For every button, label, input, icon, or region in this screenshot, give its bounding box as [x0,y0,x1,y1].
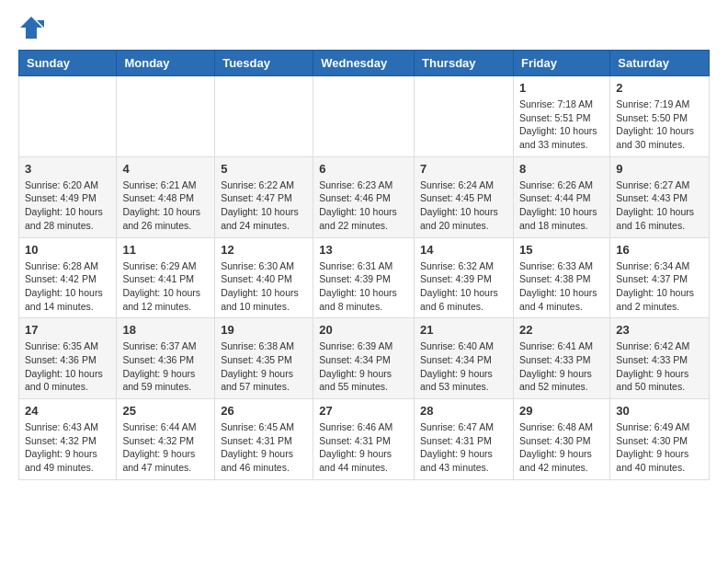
day-info: Sunrise: 6:39 AMSunset: 4:34 PMDaylight:… [319,339,408,394]
calendar-cell: 27Sunrise: 6:46 AMSunset: 4:31 PMDayligh… [313,399,415,480]
calendar-cell: 3Sunrise: 6:20 AMSunset: 4:49 PMDaylight… [19,156,117,237]
day-info: Sunrise: 6:38 AMSunset: 4:35 PMDaylight:… [221,339,307,394]
day-header-sunday: Sunday [19,51,117,76]
day-info: Sunrise: 6:31 AMSunset: 4:39 PMDaylight:… [319,259,408,314]
calendar-cell: 19Sunrise: 6:38 AMSunset: 4:35 PMDayligh… [215,318,313,399]
calendar-cell: 6Sunrise: 6:23 AMSunset: 4:46 PMDaylight… [313,156,415,237]
calendar-cell [117,76,215,157]
week-row-4: 17Sunrise: 6:35 AMSunset: 4:36 PMDayligh… [19,318,710,399]
day-number: 30 [616,404,703,418]
calendar-cell [19,76,117,157]
day-header-monday: Monday [117,51,215,76]
day-number: 19 [221,323,307,337]
calendar-cell: 1Sunrise: 7:18 AMSunset: 5:51 PMDaylight… [513,76,609,157]
day-number: 8 [519,162,604,176]
day-number: 22 [519,323,604,337]
day-number: 29 [519,404,604,418]
day-number: 27 [319,404,408,418]
day-info: Sunrise: 6:45 AMSunset: 4:31 PMDaylight:… [221,420,307,475]
day-number: 12 [221,243,307,257]
calendar-cell [215,76,313,157]
calendar-cell: 2Sunrise: 7:19 AMSunset: 5:50 PMDaylight… [610,76,710,157]
day-number: 5 [221,162,307,176]
day-number: 25 [122,404,209,418]
day-info: Sunrise: 6:30 AMSunset: 4:40 PMDaylight:… [221,259,307,314]
day-number: 7 [420,162,507,176]
day-number: 14 [420,243,507,257]
calendar-cell: 7Sunrise: 6:24 AMSunset: 4:45 PMDaylight… [415,156,514,237]
calendar: SundayMondayTuesdayWednesdayThursdayFrid… [18,50,710,480]
day-header-wednesday: Wednesday [313,51,415,76]
day-info: Sunrise: 6:23 AMSunset: 4:46 PMDaylight:… [319,178,408,233]
day-number: 20 [319,323,408,337]
calendar-cell [313,76,415,157]
day-info: Sunrise: 6:48 AMSunset: 4:30 PMDaylight:… [519,420,604,475]
day-info: Sunrise: 6:26 AMSunset: 4:44 PMDaylight:… [519,178,604,233]
day-number: 3 [25,162,110,176]
calendar-cell: 11Sunrise: 6:29 AMSunset: 4:41 PMDayligh… [117,237,215,318]
day-header-friday: Friday [513,51,609,76]
day-number: 15 [519,243,604,257]
calendar-cell: 9Sunrise: 6:27 AMSunset: 4:43 PMDaylight… [610,156,710,237]
day-number: 4 [122,162,209,176]
day-info: Sunrise: 6:32 AMSunset: 4:39 PMDaylight:… [420,259,507,314]
day-info: Sunrise: 6:44 AMSunset: 4:32 PMDaylight:… [122,420,209,475]
day-info: Sunrise: 6:41 AMSunset: 4:33 PMDaylight:… [519,339,604,394]
header [18,15,710,40]
calendar-cell: 10Sunrise: 6:28 AMSunset: 4:42 PMDayligh… [19,237,117,318]
day-info: Sunrise: 6:37 AMSunset: 4:36 PMDaylight:… [122,339,209,394]
day-number: 26 [221,404,307,418]
calendar-cell: 23Sunrise: 6:42 AMSunset: 4:33 PMDayligh… [610,318,710,399]
day-info: Sunrise: 6:33 AMSunset: 4:38 PMDaylight:… [519,259,604,314]
day-info: Sunrise: 6:35 AMSunset: 4:36 PMDaylight:… [25,339,110,394]
calendar-cell: 13Sunrise: 6:31 AMSunset: 4:39 PMDayligh… [313,237,415,318]
day-number: 17 [25,323,110,337]
calendar-cell: 25Sunrise: 6:44 AMSunset: 4:32 PMDayligh… [117,399,215,480]
calendar-cell: 5Sunrise: 6:22 AMSunset: 4:47 PMDaylight… [215,156,313,237]
day-number: 28 [420,404,507,418]
day-header-tuesday: Tuesday [215,51,313,76]
day-number: 23 [616,323,703,337]
svg-marker-0 [20,17,42,39]
day-info: Sunrise: 6:20 AMSunset: 4:49 PMDaylight:… [25,178,110,233]
day-info: Sunrise: 6:42 AMSunset: 4:33 PMDaylight:… [616,339,703,394]
day-info: Sunrise: 7:18 AMSunset: 5:51 PMDaylight:… [519,98,604,152]
day-info: Sunrise: 6:21 AMSunset: 4:48 PMDaylight:… [122,178,209,233]
calendar-cell: 18Sunrise: 6:37 AMSunset: 4:36 PMDayligh… [117,318,215,399]
day-number: 10 [25,243,110,257]
day-number: 24 [25,404,110,418]
day-number: 21 [420,323,507,337]
calendar-cell: 20Sunrise: 6:39 AMSunset: 4:34 PMDayligh… [313,318,415,399]
calendar-cell: 26Sunrise: 6:45 AMSunset: 4:31 PMDayligh… [215,399,313,480]
logo [18,15,48,40]
calendar-cell: 30Sunrise: 6:49 AMSunset: 4:30 PMDayligh… [610,399,710,480]
day-number: 1 [519,81,604,95]
calendar-cell: 12Sunrise: 6:30 AMSunset: 4:40 PMDayligh… [215,237,313,318]
day-number: 9 [616,162,703,176]
week-row-5: 24Sunrise: 6:43 AMSunset: 4:32 PMDayligh… [19,399,710,480]
calendar-cell: 21Sunrise: 6:40 AMSunset: 4:34 PMDayligh… [415,318,514,399]
calendar-cell: 16Sunrise: 6:34 AMSunset: 4:37 PMDayligh… [610,237,710,318]
calendar-cell: 24Sunrise: 6:43 AMSunset: 4:32 PMDayligh… [19,399,117,480]
day-number: 6 [319,162,408,176]
calendar-cell: 15Sunrise: 6:33 AMSunset: 4:38 PMDayligh… [513,237,609,318]
day-number: 13 [319,243,408,257]
calendar-cell: 14Sunrise: 6:32 AMSunset: 4:39 PMDayligh… [415,237,514,318]
day-info: Sunrise: 6:24 AMSunset: 4:45 PMDaylight:… [420,178,507,233]
week-row-2: 3Sunrise: 6:20 AMSunset: 4:49 PMDaylight… [19,156,710,237]
calendar-cell: 8Sunrise: 6:26 AMSunset: 4:44 PMDaylight… [513,156,609,237]
day-info: Sunrise: 6:22 AMSunset: 4:47 PMDaylight:… [221,178,307,233]
day-info: Sunrise: 6:27 AMSunset: 4:43 PMDaylight:… [616,178,703,233]
calendar-header-row: SundayMondayTuesdayWednesdayThursdayFrid… [19,51,710,76]
calendar-cell: 29Sunrise: 6:48 AMSunset: 4:30 PMDayligh… [513,399,609,480]
calendar-cell [415,76,514,157]
day-info: Sunrise: 6:46 AMSunset: 4:31 PMDaylight:… [319,420,408,475]
day-info: Sunrise: 6:28 AMSunset: 4:42 PMDaylight:… [25,259,110,314]
day-info: Sunrise: 6:47 AMSunset: 4:31 PMDaylight:… [420,420,507,475]
day-info: Sunrise: 7:19 AMSunset: 5:50 PMDaylight:… [616,98,703,152]
calendar-cell: 17Sunrise: 6:35 AMSunset: 4:36 PMDayligh… [19,318,117,399]
calendar-cell: 4Sunrise: 6:21 AMSunset: 4:48 PMDaylight… [117,156,215,237]
day-info: Sunrise: 6:34 AMSunset: 4:37 PMDaylight:… [616,259,703,314]
day-number: 2 [616,81,703,95]
week-row-1: 1Sunrise: 7:18 AMSunset: 5:51 PMDaylight… [19,76,710,157]
